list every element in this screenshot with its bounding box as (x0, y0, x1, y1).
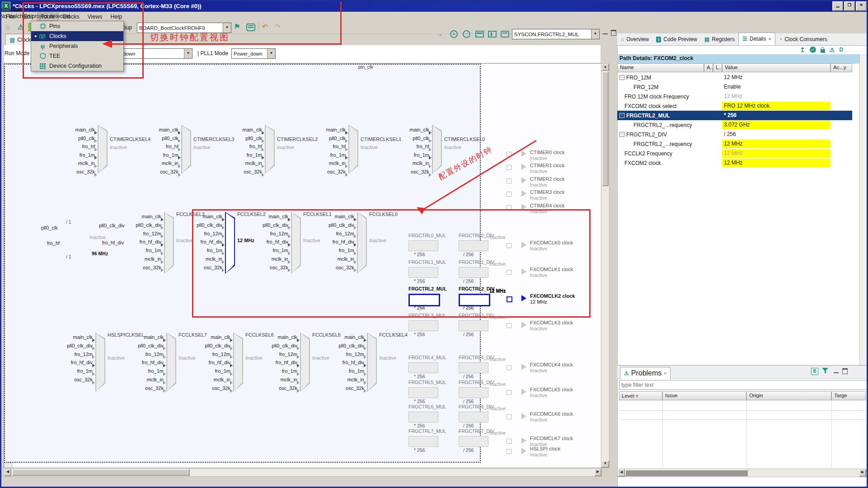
mux-input-label: pll0_clk (56, 136, 95, 141)
zoom-out-icon[interactable]: − (463, 30, 470, 38)
tab-registers[interactable]: ▤Registers (701, 33, 738, 45)
tab-code-preview[interactable]: cCode Preview (652, 33, 701, 45)
pin-clk-mux[interactable] (4, 463, 12, 468)
tab-overview[interactable]: ⌂Overview (617, 33, 652, 45)
frg-div-box[interactable] (459, 362, 488, 373)
problems-scrollbar[interactable]: ◀ ▶ (617, 469, 867, 477)
chevron-down-icon[interactable]: ▼ (223, 23, 231, 33)
home-icon[interactable]: ⌂ (6, 23, 10, 31)
fit-height-icon[interactable] (488, 31, 497, 38)
output-arrow-icon (521, 448, 526, 454)
tab-details[interactable]: ☰Details× (738, 33, 775, 45)
redo-icon[interactable]: ↷ (275, 23, 281, 31)
zoom-in-icon[interactable]: + (450, 30, 458, 38)
collapse-all-icon[interactable]: ↥ (800, 46, 805, 53)
frg-mul-box[interactable] (408, 387, 438, 398)
table-row[interactable]: FRGCTRL2_...requency12 MHz (617, 139, 852, 149)
output-connector[interactable] (507, 165, 511, 170)
output-connector[interactable] (507, 323, 511, 328)
column-header-0[interactable]: Name (617, 63, 704, 72)
flag-icon[interactable]: ⚑ (234, 23, 240, 31)
minimize-view-icon[interactable] (603, 32, 608, 34)
mux-input-label: main_clk (390, 127, 429, 132)
input-arrow-icon (429, 131, 432, 135)
tab-problems[interactable]: ⚠ Problems × (620, 367, 671, 380)
problems-column-header-3[interactable]: Targe (831, 391, 866, 400)
input-arrow-icon (345, 148, 348, 151)
minimize-panel-icon[interactable] (834, 371, 839, 373)
problems-filter-input[interactable] (619, 380, 868, 390)
frg-div-box[interactable] (459, 412, 488, 422)
mux-input-label: pll0_clk (223, 136, 262, 141)
frg-mul-box[interactable] (408, 412, 438, 422)
expand-collapse-icon[interactable]: − (619, 113, 624, 118)
output-label: CTIMER4 clock (530, 203, 564, 208)
input-arrow-icon (94, 156, 97, 160)
problems-column-header-0[interactable]: Level ▾ (619, 391, 662, 400)
output-connector[interactable] (507, 192, 511, 197)
comment-icon[interactable] (246, 23, 255, 31)
maximize-panel-icon[interactable] (842, 368, 848, 374)
table-row[interactable]: FXCOM2 clock12 MHz (617, 158, 852, 168)
column-header-1[interactable]: A.. (704, 63, 713, 72)
undo-icon[interactable]: ↶ (262, 23, 268, 31)
frg-mul-box[interactable] (408, 436, 438, 447)
output-connector[interactable] (507, 178, 511, 183)
tab-label: Code Preview (663, 36, 697, 42)
input-arrow-icon (364, 355, 366, 359)
ok-circle-icon[interactable]: ✓ (810, 47, 816, 53)
output-connector[interactable] (507, 365, 511, 370)
output-connector[interactable] (507, 390, 511, 395)
minimize-button[interactable]: ▁ (832, 1, 843, 11)
mux-input-label: mclk_in (122, 256, 161, 262)
vertical-scrollbar[interactable]: ▲ ▼ (601, 63, 610, 468)
diagram-selection-combo[interactable]: SYSCON.FRGCTRL2_MUL▼ (512, 29, 600, 39)
table-row[interactable]: −FRGCTRL2_DIV/ 256 (617, 130, 852, 139)
fit-width-icon[interactable] (475, 31, 484, 38)
maximize-button[interactable]: ❐ (844, 1, 855, 11)
chevron-down-icon[interactable]: ▼ (591, 29, 599, 39)
details-scrollbar[interactable] (859, 54, 867, 365)
output-connector[interactable] (507, 449, 511, 454)
frg-mul-box[interactable] (408, 362, 438, 373)
divider-status: 96 MHz (92, 251, 108, 256)
frg-mul-box[interactable] (408, 320, 438, 331)
table-row[interactable]: FRO_12MEnable (617, 82, 852, 92)
mux-status: Inactive (277, 145, 294, 150)
frg-div-box[interactable] (459, 387, 488, 398)
output-connector[interactable] (507, 439, 511, 444)
pll1-mode-combo[interactable]: Power_down▼ (231, 48, 276, 59)
tab-clock-consumers[interactable]: ◔Clock Consumers (775, 33, 831, 45)
toggle-b-icon[interactable]: B (811, 368, 818, 375)
input-arrow-icon (364, 372, 366, 376)
horizontal-scrollbar[interactable]: ◀ ▶ (4, 468, 602, 477)
delta-icon[interactable]: D (839, 47, 843, 53)
problems-column-header-1[interactable]: Issue (662, 391, 746, 400)
mux-input-label: osc_32k (223, 169, 262, 174)
problems-column-header-2[interactable]: Origin (746, 391, 831, 400)
column-header-2[interactable]: L.. (713, 63, 722, 72)
mux-input-label: fro_1m (122, 248, 161, 253)
table-row[interactable]: FCCLK2 Frequency12 MHz (617, 149, 852, 158)
table-row[interactable]: FXCOM2 clock selectFRO 12 MHz clock. (617, 101, 852, 111)
note-icon[interactable] (501, 31, 509, 38)
table-row[interactable]: FRO 12M clock Frequency12 MHz (617, 92, 852, 101)
output-connector[interactable] (507, 414, 511, 419)
close-icon[interactable]: × (768, 36, 771, 42)
maximize-view-icon[interactable] (611, 30, 616, 36)
warning-icon[interactable]: ⚠ (830, 47, 835, 53)
column-header-4[interactable]: Ac...y (830, 63, 852, 72)
frg-div-box[interactable] (459, 320, 488, 331)
table-row[interactable]: −FRO_12M12 MHz (617, 73, 852, 82)
lock-icon[interactable] (821, 49, 825, 53)
go-to-icon[interactable]: → (436, 30, 443, 38)
expand-collapse-icon[interactable]: − (619, 75, 624, 80)
table-row[interactable]: FRGCTRL2_...requency3.072 GHz (617, 120, 852, 130)
frg-div-box[interactable] (459, 436, 488, 447)
table-row[interactable]: −FRGCTRL2_MUL* 256 (617, 111, 852, 120)
filter-funnel-icon[interactable] (822, 368, 829, 375)
expand-collapse-icon[interactable]: − (619, 132, 624, 137)
close-icon[interactable]: × (664, 371, 666, 376)
column-header-3[interactable]: Value (722, 63, 830, 72)
close-button[interactable]: ✕ (856, 1, 867, 11)
